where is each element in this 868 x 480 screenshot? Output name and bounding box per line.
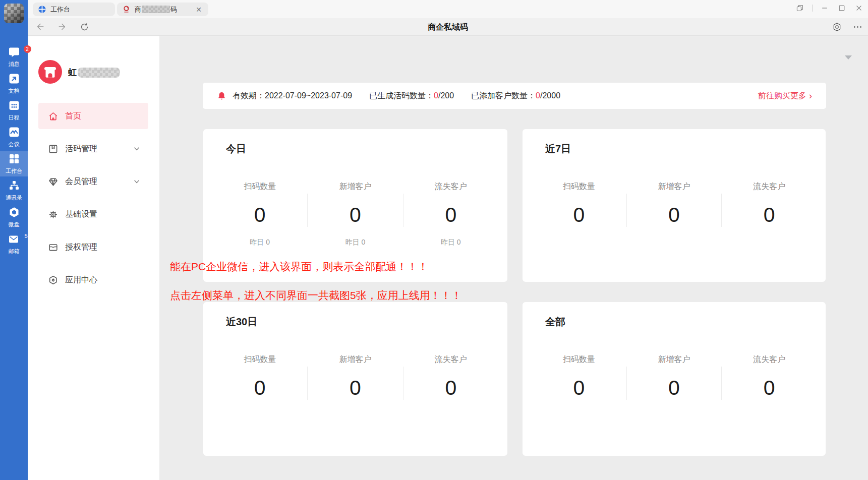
maximize-icon[interactable] bbox=[837, 3, 847, 13]
close-window-icon[interactable] bbox=[854, 3, 864, 13]
stats-card-today: 今日 扫码数量 0 昨日 0 新增客户 0 昨日 0 流失客 bbox=[203, 129, 507, 282]
rail-item-contacts[interactable]: 通讯录 bbox=[0, 178, 28, 203]
rail-item-docs[interactable]: 文档 bbox=[0, 71, 28, 96]
calendar-icon bbox=[8, 99, 20, 111]
content-area: 虹 首页 活码管理 bbox=[28, 36, 868, 480]
tab-app[interactable]: 商 码 ✕ bbox=[117, 3, 208, 16]
bell-icon bbox=[217, 91, 226, 101]
stat-new-customers: 新增客户 0 昨日 0 bbox=[308, 182, 402, 247]
rail-item-meeting[interactable]: 会议 bbox=[0, 125, 28, 150]
sidebar-menu: 首页 活码管理 会员管理 bbox=[38, 103, 148, 299]
stat-scans: 扫码数量 0 bbox=[532, 182, 626, 227]
chevron-down-icon bbox=[133, 145, 140, 152]
workspace-name: 虹 bbox=[68, 67, 120, 78]
card-title: 全部 bbox=[545, 315, 565, 329]
app-rail: 2 消息 文档 日程 会议 工作台 bbox=[0, 0, 28, 480]
home-icon bbox=[48, 111, 59, 122]
chevron-right-icon: › bbox=[809, 91, 812, 100]
rail-item-wedrive[interactable]: 微盘 bbox=[0, 205, 28, 230]
codes-quota-text: 已生成活码数量：0/200 bbox=[369, 91, 454, 101]
forward-icon[interactable] bbox=[55, 20, 69, 33]
page-title: 商企私域码 bbox=[28, 18, 868, 36]
window-controls bbox=[795, 3, 864, 13]
menu-label: 授权管理 bbox=[65, 242, 97, 253]
mail-count-badge: 56 bbox=[25, 233, 31, 239]
stat-new-customers: 新增客户 0 bbox=[627, 354, 722, 400]
dashboard-main: 有效期：2022-07-09~2023-07-09 已生成活码数量：0/200 … bbox=[159, 36, 868, 480]
new-window-icon[interactable] bbox=[795, 3, 805, 13]
customers-quota-text: 已添加客户数量：0/2000 bbox=[471, 91, 560, 101]
menu-label: 活码管理 bbox=[65, 144, 97, 154]
rail-item-label: 文档 bbox=[0, 88, 28, 94]
annotation-line-1: 能在PC企业微信，进入该界面，则表示全部配通！！！ bbox=[170, 260, 428, 274]
stat-row: 扫码数量 0 昨日 0 新增客户 0 昨日 0 流失客户 0 昨日 0 bbox=[212, 182, 498, 247]
stat-lost-customers: 流失客户 0 bbox=[722, 182, 817, 227]
stat-scans: 扫码数量 0 bbox=[212, 354, 307, 400]
rail-item-schedule[interactable]: 日程 bbox=[0, 98, 28, 123]
settings-icon[interactable] bbox=[830, 20, 843, 33]
workspace-name-visible: 虹 bbox=[68, 67, 77, 78]
stat-lost-customers: 流失客户 0 昨日 0 bbox=[403, 182, 498, 247]
rail-item-label: 通讯录 bbox=[0, 195, 28, 201]
customers-used: 0 bbox=[536, 91, 540, 100]
sidebar-item-livecode[interactable]: 活码管理 bbox=[38, 136, 148, 162]
user-avatar[interactable] bbox=[4, 4, 24, 23]
tab-close-icon[interactable]: ✕ bbox=[194, 5, 203, 14]
menu-label: 会员管理 bbox=[65, 176, 97, 187]
rail-item-label: 会议 bbox=[0, 142, 28, 147]
rail-item-label: 日程 bbox=[0, 115, 28, 121]
mail-icon: 56 bbox=[8, 233, 20, 245]
rail-item-label: 工作台 bbox=[0, 168, 28, 174]
workbench-grid-icon bbox=[8, 153, 20, 165]
censored-workspace-name bbox=[78, 68, 120, 78]
compass-icon bbox=[48, 275, 59, 285]
unread-badge: 2 bbox=[24, 45, 31, 53]
rail-item-mail[interactable]: 56 邮箱 bbox=[0, 231, 28, 257]
app-logo-icon bbox=[122, 5, 131, 14]
rail-item-label: 微盘 bbox=[0, 222, 28, 227]
rail-item-workbench[interactable]: 工作台 bbox=[0, 151, 28, 176]
sidebar-item-settings[interactable]: 基础设置 bbox=[38, 201, 148, 227]
stat-lost-customers: 流失客户 0 bbox=[403, 354, 498, 400]
card-title: 近7日 bbox=[545, 142, 571, 156]
quota-notice-bar: 有效期：2022-07-09~2023-07-09 已生成活码数量：0/200 … bbox=[203, 83, 826, 109]
stats-card-all: 全部 扫码数量 0 新增客户 0 流失客户 0 bbox=[523, 302, 826, 456]
stats-card-30days: 近30日 扫码数量 0 新增客户 0 流失客户 0 bbox=[203, 302, 507, 456]
card-title: 近30日 bbox=[226, 315, 257, 329]
stat-new-customers: 新增客户 0 bbox=[308, 354, 402, 400]
workspace-logo bbox=[38, 60, 62, 84]
gem-icon bbox=[48, 176, 59, 187]
rail-item-messages[interactable]: 2 消息 bbox=[0, 44, 28, 70]
box-icon bbox=[48, 242, 59, 253]
menu-label: 应用中心 bbox=[65, 275, 97, 285]
tab-label-prefix: 商 bbox=[135, 5, 141, 14]
app-sidebar: 虹 首页 活码管理 bbox=[28, 36, 159, 480]
sidebar-item-home[interactable]: 首页 bbox=[38, 103, 148, 129]
sidebar-item-authorization[interactable]: 授权管理 bbox=[38, 234, 148, 260]
more-menu-icon[interactable] bbox=[851, 20, 864, 33]
tab-workbench[interactable]: 工作台 bbox=[33, 3, 115, 16]
stat-lost-customers: 流失客户 0 bbox=[722, 354, 817, 400]
workbench-tab-icon bbox=[38, 5, 46, 14]
scroll-top-caret[interactable] bbox=[845, 55, 852, 59]
chat-bubble-icon: 2 bbox=[8, 46, 20, 58]
stats-card-7days: 近7日 扫码数量 0 新增客户 0 流失客户 0 bbox=[523, 129, 826, 282]
stat-scans: 扫码数量 0 昨日 0 bbox=[212, 182, 307, 247]
annotation-line-2: 点击左侧菜单，进入不同界面一共截图5张，应用上线用！！！ bbox=[170, 288, 462, 303]
codes-used: 0 bbox=[434, 91, 438, 100]
titlebar: 工作台 商 码 ✕ bbox=[28, 0, 868, 18]
refresh-icon[interactable] bbox=[78, 20, 91, 33]
minimize-icon[interactable] bbox=[820, 3, 830, 13]
stat-row: 扫码数量 0 新增客户 0 流失客户 0 bbox=[532, 182, 817, 227]
card-title: 今日 bbox=[226, 142, 246, 156]
stat-scans: 扫码数量 0 bbox=[532, 354, 626, 400]
buy-more-link[interactable]: 前往购买更多› bbox=[758, 91, 812, 101]
menu-label: 首页 bbox=[65, 111, 81, 122]
tab-label-suffix: 码 bbox=[170, 5, 177, 14]
stat-row: 扫码数量 0 新增客户 0 流失客户 0 bbox=[212, 354, 498, 400]
sidebar-item-appcenter[interactable]: 应用中心 bbox=[38, 267, 148, 293]
sidebar-item-members[interactable]: 会员管理 bbox=[38, 168, 148, 195]
chevron-down-icon bbox=[133, 178, 140, 185]
back-icon[interactable] bbox=[34, 20, 47, 33]
censored-tab-text bbox=[142, 6, 170, 13]
